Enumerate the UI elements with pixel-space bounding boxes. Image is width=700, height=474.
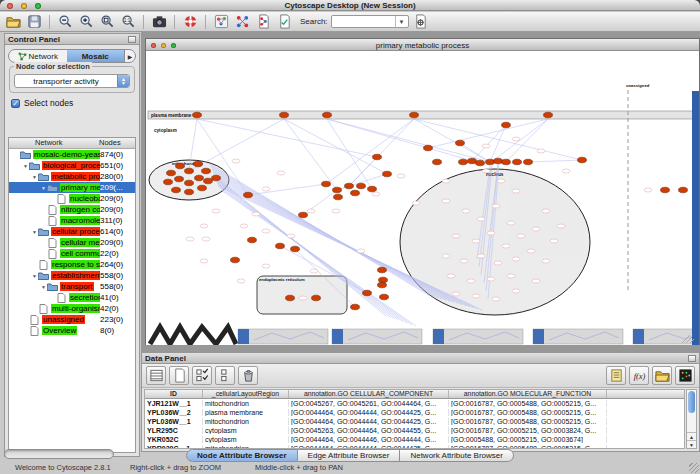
save-button[interactable] [25, 14, 43, 30]
new-attribute-button[interactable] [169, 366, 189, 385]
main-toolbar: 1:1Search:▼ [0, 12, 700, 32]
tree-row-transport[interactable]: ▼transport558(0) [9, 281, 135, 292]
tree-row-count: 209(... [100, 183, 135, 192]
import-network-icon [235, 14, 250, 29]
delete-attribute-button[interactable] [238, 366, 258, 385]
tree-expander-icon[interactable]: ▼ [31, 174, 38, 180]
node-color-dropdown[interactable]: transporter activity ▲▼ [14, 74, 130, 88]
tree-row-mosaic-demo-yeast[interactable]: mosaic-demo-yeast874(0) [9, 149, 135, 160]
tree-row-macromolecule[interactable]: macromolecule311(0) [9, 215, 135, 226]
import-attributes-icon [655, 368, 670, 383]
tree-expander-icon[interactable]: ▼ [40, 185, 47, 191]
search-config-button[interactable] [412, 14, 430, 30]
open-file-button[interactable] [4, 14, 22, 30]
zoom-actual-button[interactable]: 1:1 [119, 14, 137, 30]
import-attributes-button[interactable] [652, 366, 672, 385]
tree-row-label: cell communicat [60, 249, 100, 258]
memory-indicator [4, 449, 114, 459]
column-header[interactable]: annotation.GO CELLULAR_COMPONENT [289, 390, 449, 398]
tree-row-unassigned[interactable]: unassigned223(0) [9, 314, 135, 325]
search-input[interactable]: ▼ [331, 15, 409, 28]
search-field[interactable] [333, 16, 395, 27]
select-attributes-button[interactable] [192, 366, 212, 385]
tree-row-cellular-metabol[interactable]: cellular metabol209(0) [9, 237, 135, 248]
tree-row-count: 41(0) [100, 293, 135, 302]
table-row-yjr121w__1[interactable]: YJR121W__1mitochondrion[GO:0045267, GO:0… [145, 399, 684, 408]
tree-row-nitrogen-compo[interactable]: nitrogen compo209(0) [9, 204, 135, 215]
tree-row-establishment-of-lo[interactable]: ▼establishment of lo558(0) [9, 270, 135, 281]
table-row-ykr052c[interactable]: YKR052Ccytoplasm[GO:0044464, GO:0044446,… [145, 435, 684, 444]
table-row-ypl036w__2[interactable]: YPL036W__2plasma membrane[GO:0044464, GO… [145, 408, 684, 417]
zoom-actual-icon: 1:1 [121, 14, 136, 29]
zoom-out-button[interactable] [56, 14, 74, 30]
attribute-table-button[interactable] [146, 366, 166, 385]
tree-expander-icon[interactable]: ▼ [22, 163, 29, 169]
tree-row-count: 264(0) [100, 260, 135, 269]
tree-row-count: 874(0) [100, 150, 135, 159]
tab-network-attribute-browser[interactable]: Network Attribute Browser [400, 449, 513, 462]
network-view-window[interactable]: primary metabolic process plasma membran… [145, 38, 700, 345]
float-panel-icon[interactable] [128, 36, 136, 43]
status-bar: Welcome to Cytoscape 2.8.1Right-click + … [0, 462, 700, 474]
tab-mosaic[interactable]: Mosaic [67, 50, 125, 62]
tree-row-nucleobase-[interactable]: nucleobase-209(0) [9, 193, 135, 204]
scroll-up-button[interactable]: ▲ [687, 432, 696, 440]
function-builder-button[interactable]: f(x) [629, 366, 649, 385]
tree-row-count: 209(0) [100, 238, 135, 247]
tree-row-count: 651(0) [100, 161, 135, 170]
tree-expander-icon[interactable]: ▼ [40, 284, 47, 290]
tree-row-multi-organism-pro[interactable]: multi-organism pro42(0) [9, 303, 135, 314]
tab-edge-attribute-browser[interactable]: Edge Attribute Browser [298, 449, 401, 462]
window-titlebar[interactable]: Cytoscape Desktop (New Session) [0, 0, 700, 11]
column-header[interactable]: _cellularLayoutRegion [203, 390, 289, 398]
zoom-fit-button[interactable] [98, 14, 116, 30]
tree-row-metabolic-process[interactable]: ▼metabolic process280(0) [9, 171, 135, 182]
snapshot-button[interactable] [150, 14, 168, 30]
table-scrollbar[interactable]: ▲ ▼ [686, 389, 697, 449]
label-attributes-button[interactable] [606, 366, 626, 385]
help-button[interactable] [181, 14, 199, 30]
tab-overflow-arrow[interactable]: ▶ [124, 50, 135, 62]
scrollbar-thumb[interactable] [688, 391, 695, 413]
zoom-in-button[interactable] [77, 14, 95, 30]
unselect-attributes-button[interactable] [215, 366, 235, 385]
tree-row-secretion[interactable]: secretion41(0) [9, 292, 135, 303]
annotation-button[interactable] [275, 14, 293, 30]
tree-row-primary-metabo[interactable]: ▼primary metabo209(... [9, 182, 135, 193]
network-canvas[interactable]: plasma membranecytoplasmnucleusmitochond… [146, 51, 699, 345]
scroll-down-button[interactable]: ▼ [687, 440, 696, 448]
search-dropdown-arrow-icon[interactable]: ▼ [395, 16, 408, 27]
tree-row-cell-communicat[interactable]: cell communicat22(0) [9, 248, 135, 259]
select-nodes-checkbox[interactable]: ✓ [11, 99, 20, 108]
table-cell: plasma membrane [203, 409, 289, 416]
folder-icon [47, 282, 58, 292]
tree-row-overview[interactable]: Overview8(0) [9, 325, 135, 336]
tree-row-cellular-process[interactable]: ▼cellular process614(0) [9, 226, 135, 237]
tab-label: Network [29, 52, 58, 61]
tree-row-biological-process[interactable]: ▼biological_process651(0) [9, 160, 135, 171]
tree-expander-icon[interactable]: ▼ [31, 229, 38, 235]
float-data-panel-icon[interactable] [688, 355, 696, 362]
resize-grip[interactable] [689, 463, 699, 473]
tab-network[interactable]: Network [9, 50, 67, 62]
tree-row-response-to-stimulu[interactable]: response to stimulu264(0) [9, 259, 135, 270]
column-header[interactable]: ID [145, 390, 203, 398]
attribute-table-icon [149, 368, 164, 383]
dropdown-stepper-icon[interactable]: ▲▼ [117, 75, 129, 87]
data-panel: Data Panel f(x) ID_cellularLayoutRegiona… [141, 352, 700, 452]
toolbar-separator [143, 15, 144, 29]
endoplasmic-reticulum-label: endoplasmic reticulum [259, 277, 305, 282]
tree-expander-icon[interactable]: ▼ [31, 273, 38, 279]
tab-node-attribute-browser[interactable]: Node Attribute Browser [186, 449, 298, 462]
tree-row-label: unassigned [42, 315, 85, 324]
network-graph: plasma membranecytoplasmnucleusmitochond… [146, 51, 699, 345]
table-row-ylr295c[interactable]: YLR295Ccytoplasm[GO:0045263, GO:0044464,… [145, 426, 684, 435]
table-row-ypl036w__1[interactable]: YPL036W__1mitochondrion[GO:0044464, GO:0… [145, 417, 684, 426]
attribute-matrix-button[interactable] [675, 366, 695, 385]
vizmapper-button[interactable] [212, 14, 230, 30]
column-header[interactable]: annotation.GO MOLECULAR_FUNCTION [449, 390, 607, 398]
import-table-button[interactable] [254, 14, 272, 30]
tree-row-label: Overview [42, 326, 77, 335]
import-network-button[interactable] [233, 14, 251, 30]
network-view-titlebar[interactable]: primary metabolic process [146, 39, 699, 51]
